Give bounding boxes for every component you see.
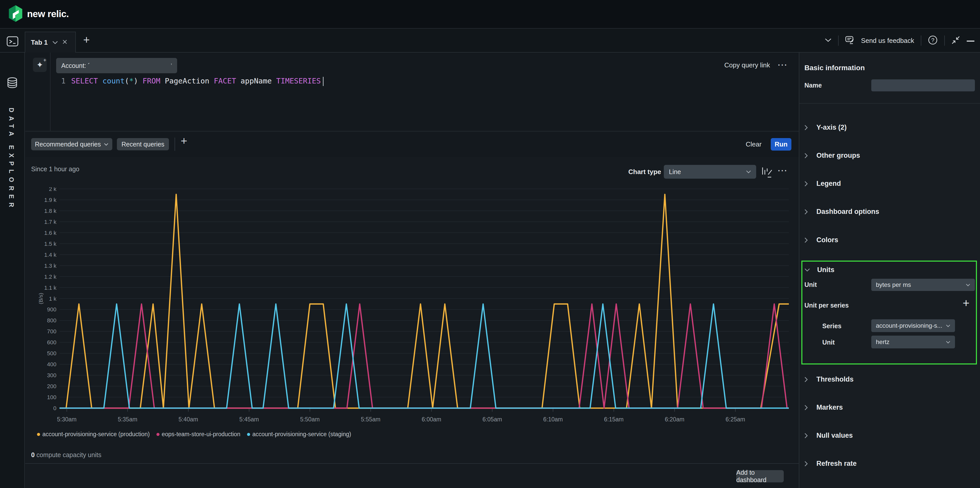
svg-text:1.2 k: 1.2 k <box>44 273 57 280</box>
clear-button[interactable]: Clear <box>746 140 762 148</box>
edit-chart-icon[interactable] <box>762 166 773 179</box>
time-range-label: Since 1 hour ago <box>31 165 80 173</box>
compute-capacity-status: 0 compute capacity units <box>31 451 101 459</box>
chevron-right-icon <box>804 377 808 382</box>
sidebar-section-legend[interactable]: Legend <box>804 180 841 188</box>
series-unit-select[interactable]: hertz <box>871 335 955 348</box>
legend-item[interactable]: eops-team-store-ui-production <box>156 431 240 438</box>
svg-text:6:00am: 6:00am <box>422 416 441 423</box>
chevron-right-icon <box>804 125 808 130</box>
collapse-window-icon[interactable] <box>951 36 960 45</box>
data-explorer-label[interactable]: DATA EXPLORER <box>8 108 15 211</box>
divider <box>944 35 945 46</box>
feedback-label[interactable]: Send us feedback <box>861 37 914 45</box>
recent-queries-button[interactable]: Recent queries <box>117 138 169 150</box>
svg-text:900: 900 <box>47 306 56 313</box>
section-label: Dashboard options <box>816 208 879 216</box>
add-to-dashboard-button[interactable]: Add to dashboard <box>736 470 784 482</box>
series-select[interactable]: account-provisioning-s... <box>871 319 955 332</box>
account-label: Account: ´ <box>61 62 90 70</box>
left-rail: DATA EXPLORER <box>0 52 25 488</box>
svg-text:300: 300 <box>47 372 56 378</box>
chevron-right-icon <box>804 237 808 243</box>
legend-dot-icon <box>247 433 250 436</box>
series-unit-label: Unit <box>822 339 835 346</box>
query-more-menu[interactable]: ··· <box>778 61 788 70</box>
add-unit-per-series-button[interactable]: + <box>963 296 969 310</box>
sidebar-section-refresh-rate[interactable]: Refresh rate <box>804 460 857 467</box>
chart-more-menu[interactable]: ··· <box>778 167 788 175</box>
recommended-queries-button[interactable]: Recommended queries <box>31 138 112 150</box>
svg-text:6:15am: 6:15am <box>604 416 624 423</box>
series-value: account-provisioning-s... <box>876 322 942 329</box>
tab-close-icon[interactable] <box>62 40 67 45</box>
svg-text:1.1 k: 1.1 k <box>44 285 57 291</box>
help-icon[interactable]: ? <box>928 35 938 46</box>
chevron-down-icon <box>804 268 810 272</box>
bottom-bar <box>25 463 799 488</box>
svg-text:2 k: 2 k <box>49 188 57 192</box>
sidebar-section-dashboard-options[interactable]: Dashboard options <box>804 208 879 216</box>
svg-text:5:35am: 5:35am <box>118 416 137 423</box>
minimize-icon[interactable] <box>967 38 974 43</box>
svg-text:600: 600 <box>47 339 56 346</box>
svg-text:1.8 k: 1.8 k <box>44 208 57 214</box>
top-right-controls: Send us feedback ? <box>825 29 974 52</box>
name-input[interactable] <box>871 79 975 91</box>
divider <box>175 138 175 151</box>
copy-query-link-button[interactable]: Copy query link <box>724 61 770 69</box>
tab-chevron-down-icon[interactable] <box>52 41 58 44</box>
chevron-right-icon <box>804 433 808 439</box>
unit-select[interactable]: bytes per ms <box>871 279 975 291</box>
legend-dot-icon <box>156 433 159 436</box>
tab-tab1[interactable]: Tab 1 <box>25 32 76 52</box>
chart-legend[interactable]: account-provisioning-service (production… <box>37 431 351 438</box>
collapse-panel-chevron-icon[interactable] <box>825 38 832 43</box>
sidebar-section-other-groups[interactable]: Other groups <box>804 152 860 159</box>
chart-svg[interactable]: 01002003004005006007008009001 k1.1 k1.2 … <box>37 188 792 425</box>
svg-text:6:20am: 6:20am <box>665 416 684 423</box>
run-button[interactable]: Run <box>771 138 791 151</box>
chart-type-select[interactable]: Line <box>664 165 756 179</box>
legend-dot-icon <box>37 433 40 436</box>
divider <box>50 52 51 132</box>
basic-information-title: Basic information <box>804 64 865 72</box>
section-label: Refresh rate <box>816 460 857 467</box>
svg-text:500: 500 <box>47 350 56 356</box>
svg-text:700: 700 <box>47 328 56 335</box>
sidebar-section-markers[interactable]: Markers <box>804 404 843 412</box>
svg-text:5:55am: 5:55am <box>361 416 380 423</box>
feedback-icon[interactable] <box>845 36 854 45</box>
add-query-button[interactable]: + <box>181 135 187 147</box>
ai-assist-button[interactable]: ✦+ <box>33 58 47 72</box>
svg-text:5:30am: 5:30am <box>57 416 76 423</box>
legend-item[interactable]: account-provisioning-service (production… <box>37 431 150 438</box>
svg-text:1.3 k: 1.3 k <box>44 262 57 269</box>
new-relic-logo-icon <box>8 5 24 24</box>
sidebar-section-units[interactable]: Units <box>804 266 835 274</box>
svg-text:1.9 k: 1.9 k <box>44 197 57 203</box>
chart-type-value: Line <box>669 168 681 176</box>
query-code-row[interactable]: 1 SELECT count(*) FROM PageAction FACET … <box>57 76 324 86</box>
sidebar-section-null-values[interactable]: Null values <box>804 432 853 440</box>
chart-type-label: Chart type <box>628 168 661 176</box>
new-tab-button[interactable]: + <box>83 34 90 45</box>
chevron-down-icon <box>966 284 970 286</box>
query-code[interactable]: SELECT count(*) FROM PageAction FACET ap… <box>71 76 324 86</box>
svg-text:400: 400 <box>47 361 56 367</box>
capacity-label: compute capacity units <box>35 451 101 458</box>
sidebar-section-colors[interactable]: Colors <box>804 236 838 244</box>
unit-label: Unit <box>804 281 817 288</box>
legend-item[interactable]: account-provisioning-service (staging) <box>247 431 351 438</box>
section-label: Thresholds <box>816 375 854 383</box>
sidebar-section-y-axis[interactable]: Y-axis (2) <box>804 124 847 132</box>
chevron-right-icon <box>804 461 808 467</box>
section-label: Null values <box>816 432 853 440</box>
account-selector[interactable]: Account: ´ ’ <box>56 58 177 73</box>
sparkle-icon: ✦+ <box>37 60 43 70</box>
svg-text:200: 200 <box>47 383 56 389</box>
query-console-icon[interactable] <box>6 36 18 48</box>
section-label: Colors <box>816 236 838 244</box>
database-icon[interactable] <box>6 77 24 90</box>
sidebar-section-thresholds[interactable]: Thresholds <box>804 375 854 383</box>
